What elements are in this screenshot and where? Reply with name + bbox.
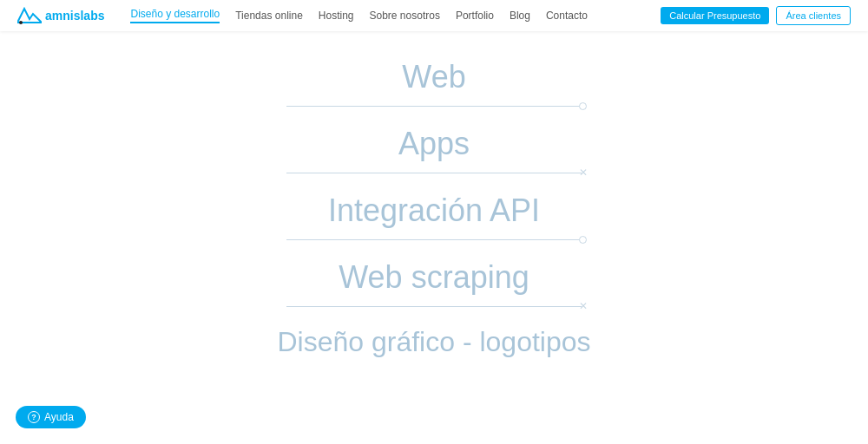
nav-hosting[interactable]: Hosting: [319, 10, 354, 22]
logo-text-black: amnis: [45, 9, 80, 23]
section-web: Web: [87, 31, 781, 107]
nav-buttons: Calcular Presupuesto Área clientes: [661, 6, 851, 25]
logo[interactable]: amnislabs: [17, 7, 104, 24]
section-title-webscraping: Web scraping: [87, 240, 781, 303]
svg-point-1: [19, 21, 23, 24]
nav-portfolio[interactable]: Portfolio: [456, 10, 494, 22]
section-integracion: Integración API: [87, 173, 781, 240]
area-clientes-button[interactable]: Área clientes: [776, 6, 851, 25]
help-icon: ?: [28, 411, 40, 423]
section-title-web: Web: [87, 40, 781, 102]
section-title-apps: Apps: [87, 107, 781, 169]
nav-sobre[interactable]: Sobre nosotros: [370, 10, 440, 22]
nav-contacto[interactable]: Contacto: [546, 10, 588, 22]
logo-text: amnislabs: [45, 9, 104, 23]
nav-tiendas[interactable]: Tiendas online: [235, 10, 303, 22]
nav-diseno[interactable]: Diseño y desarrollo: [130, 8, 220, 23]
section-diseno-grafico: Diseño gráfico - logotipos: [87, 307, 781, 365]
section-apps: Apps ✕: [87, 107, 781, 173]
help-label: Ayuda: [44, 411, 74, 423]
section-webscraping: Web scraping ✕: [87, 240, 781, 307]
section-title-diseno-grafico: Diseño gráfico - logotipos: [87, 307, 781, 365]
help-button[interactable]: ? Ayuda: [16, 406, 86, 428]
navbar: amnislabs Diseño y desarrollo Tiendas on…: [0, 0, 868, 31]
nav-links: Diseño y desarrollo Tiendas online Hosti…: [130, 8, 661, 23]
calcular-button[interactable]: Calcular Presupuesto: [661, 7, 769, 24]
nav-blog[interactable]: Blog: [510, 10, 530, 22]
logo-icon: [17, 7, 42, 24]
svg-marker-0: [17, 9, 42, 23]
main-content: Web Apps ✕ Integración API Web scraping …: [0, 31, 868, 365]
section-title-integracion: Integración API: [87, 173, 781, 236]
logo-text-blue: labs: [80, 9, 104, 23]
